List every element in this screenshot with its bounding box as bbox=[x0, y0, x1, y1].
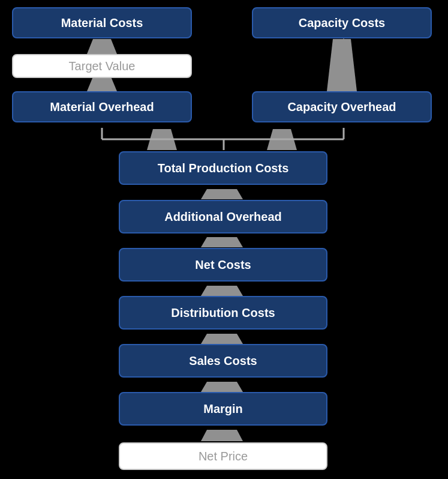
svg-marker-8 bbox=[201, 334, 243, 344]
cost-flow-diagram: Material Costs Capacity Costs Target Val… bbox=[0, 0, 448, 479]
svg-marker-4 bbox=[267, 129, 297, 150]
svg-marker-2 bbox=[327, 39, 357, 91]
svg-marker-1 bbox=[87, 77, 117, 91]
svg-marker-9 bbox=[201, 382, 243, 392]
material-overhead-box: Material Overhead bbox=[12, 91, 192, 122]
target-value-box: Target Value bbox=[12, 54, 192, 78]
material-costs-box: Material Costs bbox=[12, 7, 192, 38]
distribution-costs-box: Distribution Costs bbox=[119, 296, 327, 330]
total-production-costs-box: Total Production Costs bbox=[119, 151, 327, 185]
sales-costs-box: Sales Costs bbox=[119, 344, 327, 378]
svg-marker-3 bbox=[147, 129, 177, 150]
svg-marker-5 bbox=[201, 189, 243, 199]
svg-marker-0 bbox=[87, 39, 117, 54]
capacity-costs-box: Capacity Costs bbox=[252, 7, 432, 38]
additional-overhead-box: Additional Overhead bbox=[119, 200, 327, 233]
svg-marker-6 bbox=[201, 237, 243, 247]
svg-marker-10 bbox=[201, 430, 243, 441]
svg-marker-7 bbox=[201, 286, 243, 296]
net-price-box: Net Price bbox=[119, 442, 327, 470]
net-costs-box: Net Costs bbox=[119, 248, 327, 282]
margin-box: Margin bbox=[119, 392, 327, 426]
capacity-overhead-box: Capacity Overhead bbox=[252, 91, 432, 122]
